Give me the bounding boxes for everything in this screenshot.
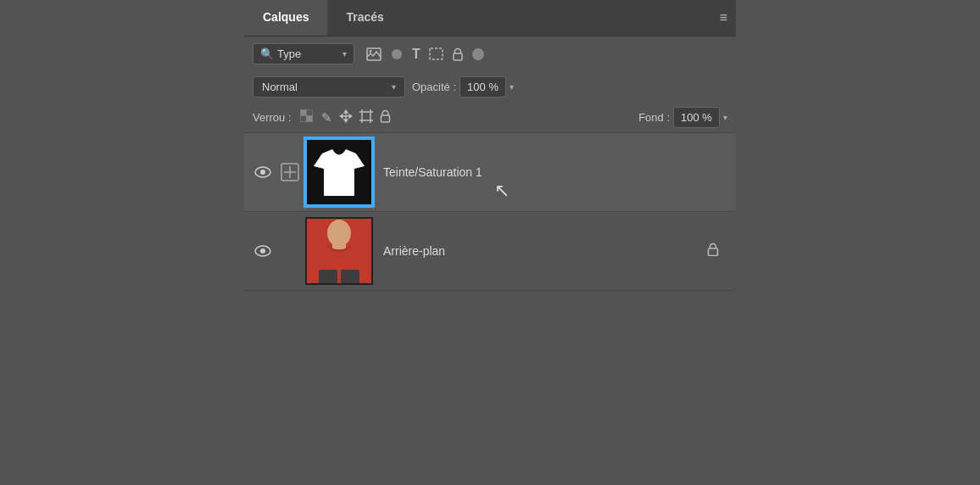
text-filter-icon[interactable]: T xyxy=(412,47,420,62)
opacity-section: Opacité : 100 % ▾ xyxy=(412,76,514,98)
svg-rect-7 xyxy=(300,116,306,122)
svg-rect-27 xyxy=(307,241,319,266)
layer-lock-icon xyxy=(707,242,727,259)
layers-list: Teinte/Saturation 1 ↖ xyxy=(244,133,736,485)
tab-traces[interactable]: Tracés xyxy=(327,0,402,36)
type-label: Type xyxy=(277,47,301,60)
search-icon: 🔍 xyxy=(260,47,274,60)
svg-rect-4 xyxy=(454,53,462,60)
svg-rect-8 xyxy=(306,116,312,122)
lock-artboard-icon[interactable] xyxy=(359,109,373,125)
layer-item[interactable]: Teinte/Saturation 1 ↖ xyxy=(244,133,736,212)
svg-point-25 xyxy=(260,248,265,254)
circle-filter-icon[interactable] xyxy=(390,47,404,61)
blend-mode-chevron: ▾ xyxy=(392,82,396,92)
opacity-label: Opacité : xyxy=(412,81,456,93)
svg-rect-33 xyxy=(709,248,718,256)
lock-position-icon[interactable] xyxy=(339,109,353,125)
svg-rect-31 xyxy=(319,270,337,283)
svg-point-1 xyxy=(370,50,372,53)
svg-rect-5 xyxy=(300,110,306,116)
layer-thumbnail xyxy=(305,217,373,285)
layer-visibility-toggle[interactable] xyxy=(253,166,273,178)
svg-rect-28 xyxy=(359,241,371,266)
svg-rect-32 xyxy=(341,270,359,283)
circle-fill-filter-icon[interactable] xyxy=(472,48,484,60)
filter-row: 🔍 Type ▾ T xyxy=(244,36,736,71)
blend-mode-select[interactable]: Normal ▾ xyxy=(253,76,405,98)
type-filter-chevron: ▾ xyxy=(342,49,347,59)
opacity-chevron[interactable]: ▾ xyxy=(509,82,514,92)
svg-rect-30 xyxy=(332,242,346,249)
layer-item[interactable]: Arrière-plan xyxy=(244,212,736,291)
layer-name: Teinte/Saturation 1 xyxy=(383,165,727,179)
filter-icons: T xyxy=(366,47,484,62)
svg-point-20 xyxy=(260,170,265,175)
layer-thumbnail xyxy=(305,138,373,206)
cursor-indicator: ↖ xyxy=(494,180,509,202)
image-filter-icon[interactable] xyxy=(366,47,381,61)
lock-row: Verrou : ✎ xyxy=(244,103,736,133)
lock-all-icon[interactable] xyxy=(380,109,391,125)
opacity-value[interactable]: 100 % xyxy=(459,76,506,98)
lock-filter-icon[interactable] xyxy=(452,47,464,61)
tabs-row: Calques Tracés ≡ xyxy=(244,0,736,36)
blend-row: Normal ▾ Opacité : 100 % ▾ xyxy=(244,71,736,103)
fill-label: Fond : xyxy=(638,111,670,124)
fill-value[interactable]: 100 % xyxy=(673,107,720,128)
layer-name: Arrière-plan xyxy=(383,244,707,258)
lock-label: Verrou : xyxy=(253,111,292,124)
blend-mode-label: Normal xyxy=(262,81,298,93)
panel-menu-icon[interactable]: ≡ xyxy=(720,10,727,25)
svg-rect-18 xyxy=(381,115,389,122)
lock-pixels-icon[interactable]: ✎ xyxy=(321,110,332,125)
rect-filter-icon[interactable] xyxy=(429,47,443,60)
eye-icon xyxy=(254,245,271,257)
tab-calques[interactable]: Calques xyxy=(244,0,327,36)
layer-visibility-toggle[interactable] xyxy=(253,245,273,257)
svg-point-2 xyxy=(392,49,402,59)
layers-panel: Calques Tracés ≡ 🔍 Type ▾ xyxy=(244,0,736,485)
svg-rect-9 xyxy=(362,112,370,120)
svg-rect-3 xyxy=(430,48,443,59)
layer-adjustment-icon xyxy=(280,163,300,181)
eye-icon xyxy=(254,166,271,178)
type-filter-select[interactable]: 🔍 Type ▾ xyxy=(253,43,354,64)
svg-rect-6 xyxy=(306,110,312,116)
fill-chevron[interactable]: ▾ xyxy=(723,113,727,122)
lock-icons-group: ✎ xyxy=(300,109,391,125)
fill-section: Fond : 100 % ▾ xyxy=(638,107,727,128)
lock-transparent-icon[interactable] xyxy=(300,109,315,125)
